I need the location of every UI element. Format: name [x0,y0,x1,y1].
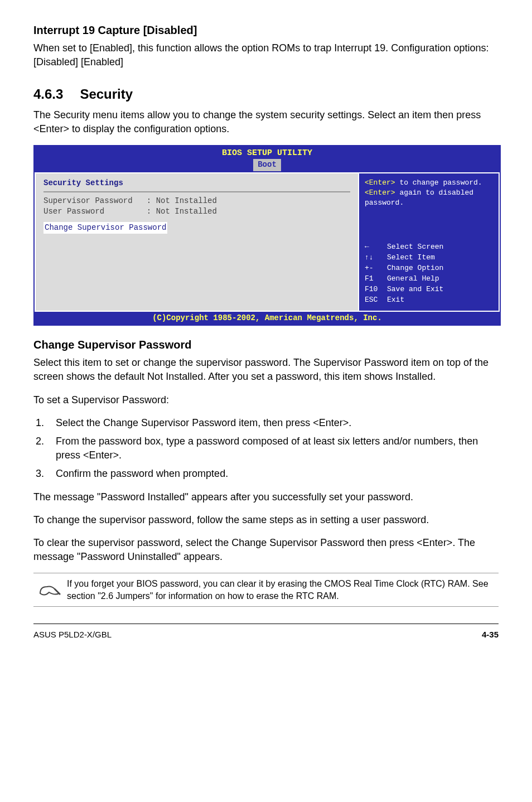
bios-nav-help: ←Select Screen ↑↓Select Item +-Change Op… [365,242,493,306]
steps-list: Select the Change Supervisor Password it… [33,416,499,481]
pw-installed-msg: The message "Password Installed" appears… [33,490,499,504]
note-text: If you forget your BIOS password, you ca… [67,578,499,602]
note-icon [33,578,67,601]
supervisor-password-row: Supervisor Password : Not Installed [43,196,350,207]
nav-exit: ESCExit [365,295,493,305]
nav-select-screen: ←Select Screen [365,242,493,252]
step-2: From the password box, type a password c… [47,434,499,462]
step-1: Select the Change Supervisor Password it… [47,416,499,430]
nav-general-help: F1General Help [365,274,493,284]
help-text-1: to change password. [395,178,482,187]
change-supervisor-password-item: Change Supervisor Password [43,222,167,234]
section-intro: The Security menu items allow you to cha… [33,108,499,136]
change-supervisor-password-heading: Change Supervisor Password [33,337,499,352]
bios-title: BIOS SETUP UTILITY [35,146,500,159]
bios-screenshot: BIOS SETUP UTILITY Boot Security Setting… [33,145,501,326]
nav-save-exit: F10Save and Exit [365,284,493,294]
divider [43,191,350,192]
footer-product: ASUS P5LD2-X/GBL [33,629,112,640]
step-3: Confirm the password when prompted. [47,467,499,481]
bios-tab-boot: Boot [253,159,281,171]
section-heading: 4.6.3Security [33,85,499,104]
interrupt-desc: When set to [Enabled], this function all… [33,41,499,69]
page-footer: ASUS P5LD2-X/GBL 4-35 [33,624,499,640]
bios-copyright: (C)Copyright 1985-2002, American Megatre… [35,312,500,325]
user-password-row: User Password : Not Installed [43,206,350,218]
interrupt-title: Interrupt 19 Capture [Disabled] [33,22,499,38]
bios-help-text: <Enter> to change password. <Enter> agai… [365,178,493,209]
bios-left-panel: Security Settings Supervisor Password : … [35,172,358,312]
footer-page-number: 4-35 [482,629,499,640]
security-settings-heading: Security Settings [43,178,350,189]
enter-key-label-2: <Enter> [365,189,395,197]
nav-change-option: +-Change Option [365,263,493,273]
change-pw-intro: Select this item to set or change the su… [33,356,499,384]
change-pw-lead: To set a Supervisor Password: [33,393,499,407]
section-number: 4.6.3 [33,85,63,104]
bios-tabs: Boot [35,159,500,172]
change-pw-same-steps: To change the supervisor password, follo… [33,513,499,527]
bios-right-panel: <Enter> to change password. <Enter> agai… [358,172,500,312]
section-name: Security [80,86,133,102]
note-block: If you forget your BIOS password, you ca… [33,573,499,607]
enter-key-label: <Enter> [365,178,395,187]
nav-select-item: ↑↓Select Item [365,253,493,263]
clear-pw-msg: To clear the supervisor password, select… [33,536,499,564]
